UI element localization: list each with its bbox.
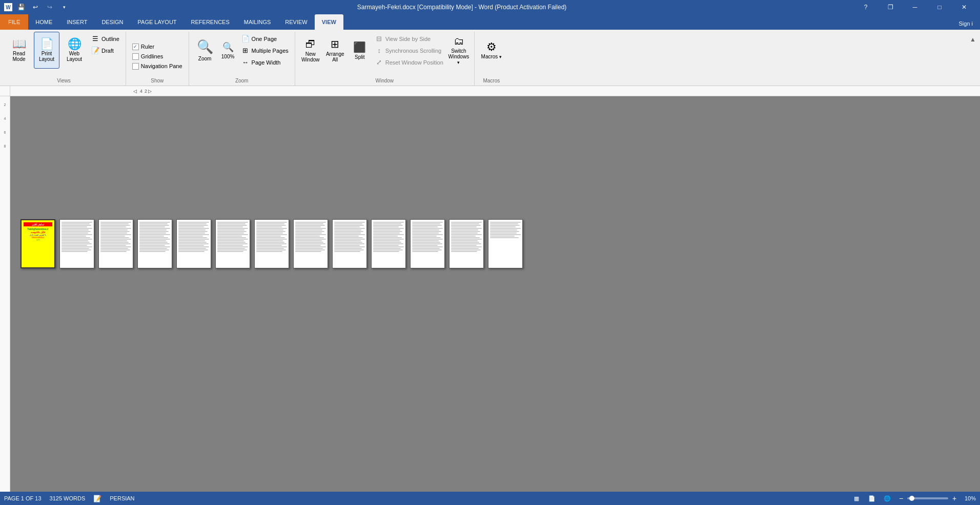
page-width-button[interactable]: ↔ Page Width — [239, 57, 291, 67]
read-mode-button[interactable]: 📖 Read Mode — [6, 32, 32, 69]
help-button[interactable]: ? — [854, 0, 877, 14]
new-window-button[interactable]: 🗗 New Window — [299, 32, 322, 69]
window-group-content: 🗗 New Window ⊞ Arrange All ⬛ Split ⊟ Vie… — [299, 32, 470, 77]
view-side-by-side-button[interactable]: ⊟ View Side by Side — [373, 34, 445, 44]
save-button[interactable]: 💾 — [15, 2, 27, 13]
page-thumb-8[interactable] — [293, 219, 328, 268]
zoom-minus-button[interactable]: − — [897, 494, 905, 502]
page-8-content — [294, 220, 328, 255]
page-13-content — [488, 220, 522, 241]
views-group-label: Views — [6, 77, 121, 83]
qat-more-button[interactable]: ▾ — [58, 2, 70, 13]
read-mode-label: Read Mode — [12, 51, 25, 62]
window-title: Sarmayeh-Fekri.docx [Compatibility Mode]… — [357, 4, 567, 11]
indent-right-marker[interactable]: ▷ — [148, 89, 152, 94]
reset-window-position-button[interactable]: ⤢ Reset Window Position — [373, 57, 445, 67]
ribbon-group-views: 📖 Read Mode 📄 Print Layout 🌐 Web Layout … — [2, 32, 126, 86]
split-icon: ⬛ — [353, 41, 366, 53]
macros-label: Macros ▾ — [481, 54, 502, 59]
reset-window-position-icon: ⤢ — [375, 58, 383, 66]
minimize-button[interactable]: ─ — [903, 0, 927, 14]
title-bar: W 💾 ↩ ↪ ▾ Sarmayeh-Fekri.docx [Compatibi… — [0, 0, 980, 14]
page-thumb-1[interactable]: نمایش آنلاین Tablighatonline.ir فایل دان… — [21, 219, 55, 268]
document-canvas[interactable]: نمایش آنلاین Tablighatonline.ir فایل دان… — [10, 96, 980, 492]
pages-row: نمایش آنلاین Tablighatonline.ir فایل دان… — [21, 219, 523, 268]
page-thumb-11[interactable] — [410, 219, 445, 268]
tab-design[interactable]: DESIGN — [94, 14, 130, 30]
one-page-button[interactable]: 📄 One Page — [239, 34, 291, 44]
gridlines-checkbox[interactable]: Gridlines — [130, 53, 165, 60]
page-thumb-7[interactable] — [254, 219, 289, 268]
page-thumb-12[interactable] — [449, 219, 484, 268]
zoom-icon: 🔍 — [197, 39, 213, 55]
synchronous-scrolling-button[interactable]: ↕ Synchronous Scrolling — [373, 46, 445, 55]
page-11-content — [411, 220, 444, 255]
macros-button[interactable]: ⚙ Macros ▾ — [479, 32, 504, 69]
page-2-content — [60, 220, 94, 255]
web-layout-status-button[interactable]: 🌐 — [882, 494, 893, 503]
page-thumb-6[interactable] — [215, 219, 250, 268]
zoom-plus-button[interactable]: + — [950, 494, 958, 502]
page-width-label: Page Width — [252, 59, 281, 66]
ribbon-group-show: ✓ Ruler Gridlines Navigation Pane Show — [126, 32, 189, 86]
switch-windows-button[interactable]: 🗂 SwitchWindows ▾ — [447, 32, 470, 69]
tab-home[interactable]: HOME — [28, 14, 59, 30]
page-thumb-2[interactable] — [59, 219, 94, 268]
switch-windows-label: SwitchWindows ▾ — [448, 48, 469, 65]
zoom-thumb[interactable] — [909, 496, 914, 501]
page-thumb-10[interactable] — [371, 219, 406, 268]
track-changes-icon[interactable]: 📝 — [93, 495, 101, 502]
ruler-v-4: 4 — [4, 117, 6, 120]
navigation-pane-checkbox[interactable]: Navigation Pane — [130, 62, 185, 70]
page-thumb-4[interactable] — [137, 219, 172, 268]
page-3-content — [99, 220, 133, 255]
multiple-pages-button[interactable]: ⊞ Multiple Pages — [239, 46, 291, 55]
draft-label: Draft — [101, 48, 114, 54]
print-layout-button[interactable]: 📄 Print Layout — [34, 32, 59, 69]
page-thumb-5[interactable] — [176, 219, 211, 268]
window-small-col: ⊟ View Side by Side ↕ Synchronous Scroll… — [373, 32, 445, 67]
synchronous-scrolling-label: Synchronous Scrolling — [385, 48, 441, 54]
ribbon-collapse-button[interactable]: ▲ — [966, 32, 980, 86]
zoom-100-button[interactable]: 🔍 100% — [219, 32, 237, 69]
close-button[interactable]: ✕ — [952, 0, 976, 14]
web-layout-button[interactable]: 🌐 Web Layout — [62, 32, 87, 69]
tab-view[interactable]: VIEW — [315, 14, 343, 30]
tab-mailings[interactable]: MAILINGS — [237, 14, 278, 30]
tab-page-layout[interactable]: PAGE LAYOUT — [131, 14, 184, 30]
tab-references[interactable]: REFERENCES — [184, 14, 237, 30]
word-app-icon: W — [4, 3, 12, 11]
zoom-100-icon: 🔍 — [222, 41, 234, 53]
page-thumb-3[interactable] — [98, 219, 133, 268]
maximize-button[interactable]: □ — [928, 0, 951, 14]
indent-left-marker[interactable]: ◁ — [133, 89, 137, 94]
page-thumb-13[interactable] — [488, 219, 523, 268]
ruler-corner — [0, 86, 10, 96]
undo-button[interactable]: ↩ — [30, 2, 41, 13]
tab-insert[interactable]: INSERT — [59, 14, 94, 30]
synchronous-scrolling-icon: ↕ — [375, 47, 383, 54]
tab-review[interactable]: REVIEW — [278, 14, 314, 30]
draft-button[interactable]: 📝 Draft — [89, 46, 121, 55]
ruler-number-4: 4 — [140, 89, 142, 94]
ruler-checkbox-box: ✓ — [132, 44, 139, 50]
page-10-content — [372, 220, 405, 255]
print-layout-view-button[interactable]: ▦ — [851, 494, 862, 503]
tab-signin[interactable]: Sign i — [951, 17, 980, 30]
redo-button[interactable]: ↪ — [44, 2, 55, 13]
zoom-group-label: Zoom — [193, 77, 291, 83]
zoom-button[interactable]: 🔍 Zoom — [193, 32, 217, 69]
read-mode-status-button[interactable]: 📄 — [866, 494, 877, 503]
views-col: ☰ Outline 📝 Draft — [89, 32, 121, 55]
new-window-label: New Window — [301, 51, 320, 62]
split-button[interactable]: ⬛ Split — [349, 32, 371, 69]
arrange-all-label: Arrange All — [326, 51, 344, 62]
outline-icon: ☰ — [91, 35, 99, 43]
page-thumb-9[interactable] — [332, 219, 367, 268]
arrange-all-button[interactable]: ⊞ Arrange All — [324, 32, 346, 69]
tab-file[interactable]: FILE — [0, 14, 28, 30]
zoom-track[interactable] — [907, 497, 948, 499]
restore-button[interactable]: ❐ — [879, 0, 902, 14]
ruler-checkbox[interactable]: ✓ Ruler — [130, 43, 156, 51]
outline-button[interactable]: ☰ Outline — [89, 34, 121, 44]
